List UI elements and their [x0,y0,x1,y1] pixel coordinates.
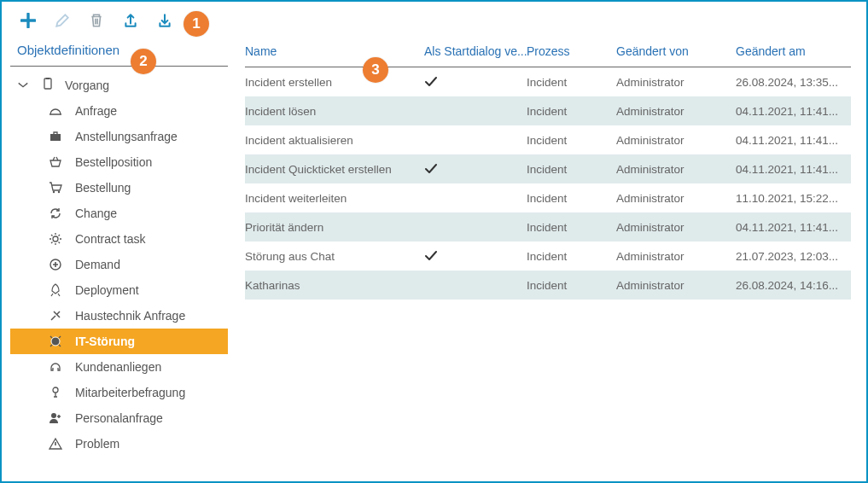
cell-name: Katharinas [245,279,424,292]
sidebar-item-label: Demand [75,258,120,271]
sidebar-item-bestellposition[interactable]: Bestellposition [10,149,228,175]
cell-process: Incident [527,105,616,118]
plus-circle-icon [48,258,63,271]
cell-at: 04.11.2021, 11:41... [736,221,851,234]
headset-icon [48,360,63,374]
pencil-icon[interactable] [53,11,72,30]
plus-icon[interactable] [19,11,38,30]
user-plus-icon [48,411,63,425]
sidebar-item-change[interactable]: Change [10,201,228,226]
dome-icon [48,104,63,118]
cell-process: Incident [527,76,616,89]
cell-process: Incident [527,192,616,205]
cell-at: 26.08.2024, 13:35... [736,76,851,89]
cell-name: Incident weiterleiten [245,192,424,205]
table-row[interactable]: Störung aus ChatIncidentAdministrator21.… [245,242,851,271]
sidebar-item-deployment[interactable]: Deployment [10,277,228,303]
table-row[interactable]: KatharinasIncidentAdministrator26.08.202… [245,271,851,300]
col-changedby[interactable]: Geändert von [616,44,736,58]
col-process[interactable]: Prozess [527,44,616,58]
cell-by: Administrator [616,221,736,234]
cell-at: 04.11.2021, 11:41... [736,163,851,176]
check-icon [424,162,438,176]
sidebar-item-kundenanliegen[interactable]: Kundenanliegen [10,354,228,380]
check-icon [424,75,438,89]
clipboard-icon [41,77,55,93]
cell-by: Administrator [616,279,736,292]
cell-at: 04.11.2021, 11:41... [736,134,851,147]
cell-process: Incident [527,279,616,292]
tools-icon [48,309,63,323]
tree-parent-vorgang[interactable]: Vorgang [10,72,228,98]
sidebar-item-label: Bestellposition [75,155,152,169]
survey-icon [48,386,63,399]
briefcase-icon [48,130,63,143]
cell-name: Störung aus Chat [245,250,424,263]
cell-process: Incident [527,134,616,147]
sidebar-item-demand[interactable]: Demand [10,252,228,277]
cell-process: Incident [527,163,616,176]
sidebar-item-label: Change [75,207,117,220]
table-row[interactable]: Incident Quickticket erstellenIncidentAd… [245,154,851,183]
gear-icon [48,232,63,246]
basket-icon [48,155,63,169]
sidebar-item-label: IT-Störung [75,335,135,348]
cell-at: 21.07.2023, 12:03... [736,250,851,263]
cell-at: 26.08.2024, 14:16... [736,279,851,292]
cell-at: 11.10.2021, 15:22... [736,192,851,205]
callout-2: 2 [131,49,156,74]
sidebar-item-problem[interactable]: Problem [10,431,228,457]
table-row[interactable]: Incident aktualisierenIncidentAdministra… [245,125,851,154]
import-icon[interactable] [155,11,174,30]
sidebar-item-contract-task[interactable]: Contract task [10,226,228,252]
table-row[interactable]: Incident weiterleitenIncidentAdministrat… [245,183,851,212]
sidebar: Objektdefinitionen Vorgang AnfrageAnstel… [2,39,236,481]
sidebar-item-personalanfrage[interactable]: Personalanfrage [10,405,228,431]
cell-name: Incident lösen [245,105,424,118]
cart-icon [48,181,63,195]
sidebar-title: Objektdefinitionen [10,39,228,67]
cell-start [424,162,527,176]
warning-icon [48,437,63,451]
sidebar-item-anfrage[interactable]: Anfrage [10,98,228,124]
export-icon[interactable] [121,11,140,30]
trash-icon[interactable] [87,11,106,30]
callout-1: 1 [184,11,209,37]
sidebar-item-label: Personalanfrage [75,411,163,425]
cell-process: Incident [527,221,616,234]
cell-start [424,75,527,89]
rocket-icon [48,283,63,297]
col-changedat[interactable]: Geändert am [736,44,851,58]
sidebar-item-label: Mitarbeiterbefragung [75,386,185,399]
sidebar-item-anstellungsanfrage[interactable]: Anstellungsanfrage [10,124,228,149]
sidebar-item-bestellung[interactable]: Bestellung [10,175,228,201]
cell-name: Incident erstellen [245,76,424,89]
cell-name: Priorität ändern [245,221,424,234]
table-row[interactable]: Incident erstellenIncidentAdministrator2… [245,67,851,96]
sidebar-item-label: Anfrage [75,104,117,118]
table-row[interactable]: Incident lösenIncidentAdministrator04.11… [245,96,851,125]
col-name[interactable]: Name [245,44,424,58]
sidebar-item-label: Contract task [75,232,145,246]
table-header: Name Als Startdialog ve... Prozess Geänd… [245,39,851,67]
sidebar-item-it-st-rung[interactable]: IT-Störung [10,329,228,354]
cell-by: Administrator [616,105,736,118]
tree-parent-label: Vorgang [65,79,109,92]
cell-by: Administrator [616,192,736,205]
cell-by: Administrator [616,163,736,176]
toolbar [2,2,866,39]
cell-process: Incident [527,250,616,263]
cell-start [424,249,527,263]
sidebar-item-mitarbeiterbefragung[interactable]: Mitarbeiterbefragung [10,380,228,405]
sidebar-item-haustechnik-anfrage[interactable]: Haustechnik Anfrage [10,303,228,329]
cell-at: 04.11.2021, 11:41... [736,105,851,118]
sidebar-item-label: Kundenanliegen [75,360,161,374]
col-start[interactable]: Als Startdialog ve... [424,44,527,58]
sidebar-item-label: Anstellungsanfrage [75,130,178,143]
table-row[interactable]: Priorität ändernIncidentAdministrator04.… [245,212,851,242]
cell-by: Administrator [616,250,736,263]
bug-icon [48,335,63,348]
sidebar-item-label: Haustechnik Anfrage [75,309,185,323]
sidebar-item-label: Deployment [75,283,139,297]
chevron-down-icon [15,79,31,91]
